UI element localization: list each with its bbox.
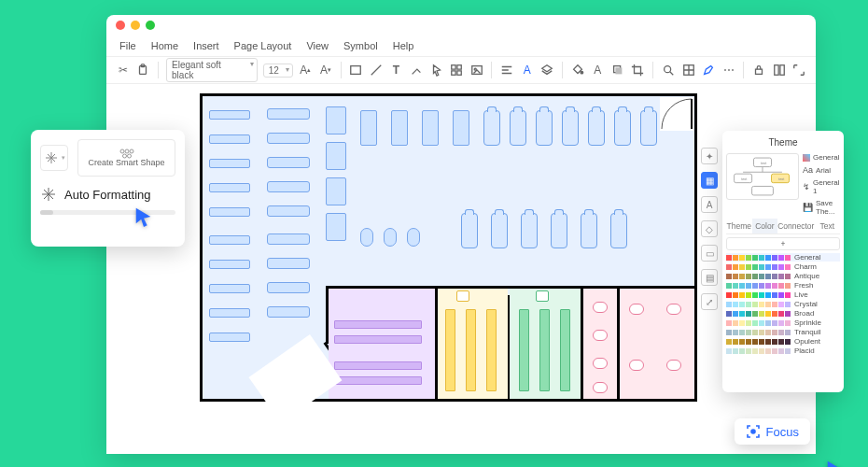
svg-rect-11 [615, 67, 622, 74]
menu-page-layout[interactable]: Page Layout [234, 40, 292, 51]
font-color-icon[interactable]: A [520, 63, 535, 78]
cut-icon[interactable]: ✂ [116, 63, 131, 78]
palette-row[interactable]: Crystal [726, 300, 840, 308]
component-icon[interactable] [449, 63, 464, 78]
palette-row[interactable]: Antique [726, 272, 840, 280]
palette-row[interactable]: Sprinkle [726, 318, 840, 327]
crop-icon[interactable] [631, 63, 646, 78]
rail-sparkle-icon[interactable]: ✦ [701, 148, 718, 164]
tab-theme[interactable]: Theme [726, 219, 752, 234]
menu-view[interactable]: View [306, 40, 329, 51]
menu-home[interactable]: Home [151, 40, 178, 51]
palette-label: Opulent [794, 337, 840, 346]
rail-grid-icon[interactable]: ▦ [701, 172, 718, 189]
fill-icon[interactable] [570, 63, 585, 78]
auto-formatting-row[interactable]: Auto Formatting [40, 186, 175, 203]
svg-text:text: text [761, 162, 767, 165]
pen-icon[interactable] [701, 63, 716, 78]
rail-expand-icon[interactable]: ⤢ [701, 293, 718, 310]
floor-plan [200, 93, 697, 402]
menu-symbol[interactable]: Symbol [343, 40, 378, 51]
palette-label: Fresh [794, 281, 840, 290]
more-1-icon[interactable]: ⋯ [721, 63, 736, 78]
paste-icon[interactable] [136, 63, 151, 78]
add-palette-button[interactable]: + [726, 237, 840, 250]
tab-color[interactable]: Color [752, 219, 778, 234]
toolbar: ✂ Elegant soft black 12 A▴ A▾ T A A ⋯ [106, 56, 816, 84]
auto-formatting-label: Auto Formatting [64, 188, 151, 202]
zoom-icon[interactable] [661, 63, 676, 78]
svg-point-8 [474, 68, 476, 70]
palette-label: Placid [794, 347, 840, 355]
door-icon [660, 97, 693, 131]
tab-connector[interactable]: Connector [777, 219, 814, 234]
close-icon[interactable] [116, 21, 125, 30]
create-smart-shape-button[interactable]: Create Smart Shape [77, 139, 175, 177]
palette-label: Charm [794, 262, 840, 271]
focus-button[interactable]: Focus [735, 418, 810, 445]
progress-bar [40, 210, 175, 215]
svg-rect-15 [774, 65, 777, 76]
menu-help[interactable]: Help [393, 40, 414, 51]
theme-opt-font[interactable]: AaArial [803, 165, 840, 175]
theme-preview[interactable]: text text text [726, 153, 799, 200]
rect-tool-icon[interactable] [349, 63, 364, 78]
connector-tool-icon[interactable] [409, 63, 424, 78]
theme-panel: Theme text text text General AaArial ↯Ge… [722, 131, 844, 392]
palette-row[interactable]: Opulent [726, 337, 840, 346]
theme-opt-general[interactable]: General [803, 153, 840, 162]
palette-row[interactable]: Placid [726, 347, 840, 355]
menu-insert[interactable]: Insert [193, 40, 219, 51]
tab-text[interactable]: Text [814, 219, 840, 234]
font-increase-icon[interactable]: A▴ [299, 63, 314, 78]
shadow-icon[interactable] [610, 63, 625, 78]
sparkle-icon[interactable]: ▾ [40, 145, 68, 171]
palette-row[interactable]: Live [726, 290, 840, 299]
expand-icon[interactable] [791, 63, 806, 78]
rail-page-icon[interactable]: ▭ [701, 245, 718, 262]
theme-side-opts: General AaArial ↯General 1 💾Save The... [803, 153, 840, 216]
svg-rect-2 [351, 66, 361, 75]
rail-table-icon[interactable]: ▤ [701, 269, 718, 286]
theme-panel-title: Theme [726, 134, 840, 150]
palette-row[interactable]: Charm [726, 262, 840, 271]
font-name-select[interactable]: Elegant soft black [166, 58, 258, 82]
grid-icon[interactable] [681, 63, 696, 78]
rail-shape-icon[interactable]: ◇ [701, 220, 718, 237]
palette-label: Crystal [794, 300, 840, 308]
svg-rect-16 [780, 65, 784, 76]
palette-row[interactable]: General [726, 253, 840, 262]
rail-text-icon[interactable]: A [701, 196, 718, 213]
svg-rect-3 [452, 65, 455, 69]
svg-text:text: text [741, 177, 748, 181]
palette-label: Sprinkle [794, 318, 840, 327]
minimize-icon[interactable] [131, 21, 140, 30]
palette-row[interactable]: Broad [726, 309, 840, 318]
menu-file[interactable]: File [119, 40, 136, 51]
align-icon[interactable] [499, 63, 514, 78]
svg-point-12 [665, 66, 671, 73]
text-style-icon[interactable]: A [591, 63, 606, 78]
layers-icon[interactable] [540, 63, 555, 78]
svg-rect-14 [756, 69, 763, 74]
palette-row[interactable]: Tranquil [726, 328, 840, 336]
font-size-select[interactable]: 12 [263, 64, 293, 78]
right-rail-left: ✦ ▦ A ◇ ▭ ▤ ⤢ [701, 148, 718, 310]
svg-point-9 [581, 71, 583, 74]
theme-opt-g1[interactable]: ↯General 1 [803, 178, 840, 195]
lock-icon[interactable] [751, 63, 766, 78]
svg-text:text: text [778, 177, 785, 181]
view-mode-icon[interactable] [772, 63, 787, 78]
pointer-tool-icon[interactable] [429, 63, 444, 78]
svg-rect-20 [752, 186, 774, 195]
theme-opt-save[interactable]: 💾Save The... [803, 199, 840, 216]
font-decrease-icon[interactable]: A▾ [318, 63, 333, 78]
maximize-icon[interactable] [146, 21, 155, 30]
image-icon[interactable] [469, 63, 484, 78]
titlebar [106, 15, 816, 35]
text-tool-icon[interactable]: T [389, 63, 404, 78]
palette-row[interactable]: Fresh [726, 281, 840, 290]
palette-label: Broad [794, 309, 840, 318]
line-tool-icon[interactable] [369, 63, 384, 78]
focus-label: Focus [766, 425, 799, 439]
